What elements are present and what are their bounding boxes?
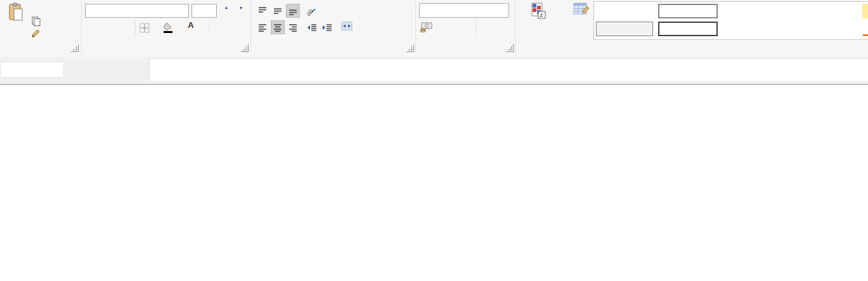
clipboard-dialog-launcher[interactable] xyxy=(71,44,79,52)
number-format-combo[interactable] xyxy=(419,3,509,18)
style-chip-explanatory[interactable] xyxy=(723,22,782,36)
bold-button[interactable] xyxy=(87,21,100,35)
insert-function-button[interactable] xyxy=(126,62,145,77)
formula-bar xyxy=(0,57,868,84)
decrease-indent-icon xyxy=(308,23,317,32)
left-align-icon xyxy=(258,23,267,32)
enter-button[interactable] xyxy=(105,62,122,77)
center-align-button[interactable] xyxy=(271,20,285,34)
ribbon: ▲ ▼ A xyxy=(0,0,868,58)
style-chip-good[interactable] xyxy=(786,4,845,18)
increase-font-button[interactable]: ▲ xyxy=(219,4,233,18)
style-chip-partial[interactable] xyxy=(862,4,868,18)
format-painter-button[interactable] xyxy=(32,29,43,38)
style-chip-bad[interactable] xyxy=(723,4,782,18)
cancel-button[interactable] xyxy=(86,62,103,77)
decrease-indent-button[interactable] xyxy=(305,20,319,34)
italic-button[interactable] xyxy=(101,21,111,35)
font-size-combo[interactable] xyxy=(191,4,217,18)
number-dialog-launcher[interactable] xyxy=(506,44,514,52)
name-box[interactable] xyxy=(0,62,64,78)
middle-align-button[interactable] xyxy=(271,4,285,18)
fill-color-icon xyxy=(162,22,174,33)
svg-text:≠: ≠ xyxy=(540,12,543,18)
alignment-dialog-launcher[interactable] xyxy=(406,44,414,52)
copy-button[interactable] xyxy=(32,16,46,26)
style-chip-check-cell[interactable] xyxy=(658,22,718,36)
font-color-button[interactable]: A xyxy=(186,22,198,31)
down-arrow-icon: ▼ xyxy=(239,6,243,10)
style-chip-partial[interactable] xyxy=(863,22,868,36)
excel-window: ▲ ▼ A xyxy=(0,0,868,281)
clipboard-icon xyxy=(8,3,24,22)
merge-center-icon xyxy=(341,22,353,30)
up-arrow-icon: ▲ xyxy=(224,5,229,10)
increase-indent-button[interactable] xyxy=(320,20,334,34)
paste-button[interactable] xyxy=(2,3,30,42)
decrease-font-button[interactable]: ▼ xyxy=(234,4,248,18)
annotation-red-box xyxy=(589,146,765,278)
copy-icon xyxy=(32,16,41,26)
style-chip-normal[interactable] xyxy=(658,4,718,18)
font-color-icon: A xyxy=(186,22,195,31)
style-chip-calculation[interactable] xyxy=(596,22,653,36)
currency-icon xyxy=(420,22,432,32)
borders-button[interactable] xyxy=(139,23,152,33)
comma-style-button[interactable] xyxy=(462,19,471,33)
right-align-button[interactable] xyxy=(286,20,300,34)
orientation-button[interactable]: ab xyxy=(305,5,319,16)
orientation-icon: ab xyxy=(305,5,316,16)
fill-color-button[interactable] xyxy=(162,22,176,33)
conditional-formatting-icon: ≠ xyxy=(531,3,547,19)
bottom-align-icon xyxy=(288,6,297,15)
svg-text:ab: ab xyxy=(305,7,315,16)
increase-decimal-button[interactable] xyxy=(479,20,495,36)
underline-dropdown[interactable] xyxy=(124,21,132,35)
brush-icon xyxy=(32,29,41,38)
top-align-icon xyxy=(258,6,267,15)
bottom-align-button[interactable] xyxy=(286,4,300,18)
underline-button[interactable] xyxy=(112,21,124,35)
left-align-button[interactable] xyxy=(256,20,269,34)
middle-align-icon xyxy=(273,6,282,15)
format-as-table-icon xyxy=(573,3,590,18)
merge-center-button[interactable] xyxy=(341,22,358,30)
font-name-combo[interactable] xyxy=(85,4,189,18)
formula-input[interactable] xyxy=(149,60,868,81)
center-align-icon xyxy=(273,23,282,32)
percent-style-button[interactable] xyxy=(446,21,462,35)
top-align-button[interactable] xyxy=(256,4,269,18)
increase-indent-icon xyxy=(323,23,332,32)
decrease-decimal-button[interactable] xyxy=(496,20,512,36)
conditional-formatting-button[interactable]: ≠ xyxy=(519,3,559,42)
right-align-icon xyxy=(288,23,297,32)
borders-icon xyxy=(139,23,150,33)
style-chip-normal2[interactable] xyxy=(596,4,653,18)
style-chip-warning[interactable] xyxy=(786,22,845,36)
accounting-format-button[interactable] xyxy=(420,22,435,32)
font-dialog-launcher[interactable] xyxy=(241,44,249,52)
